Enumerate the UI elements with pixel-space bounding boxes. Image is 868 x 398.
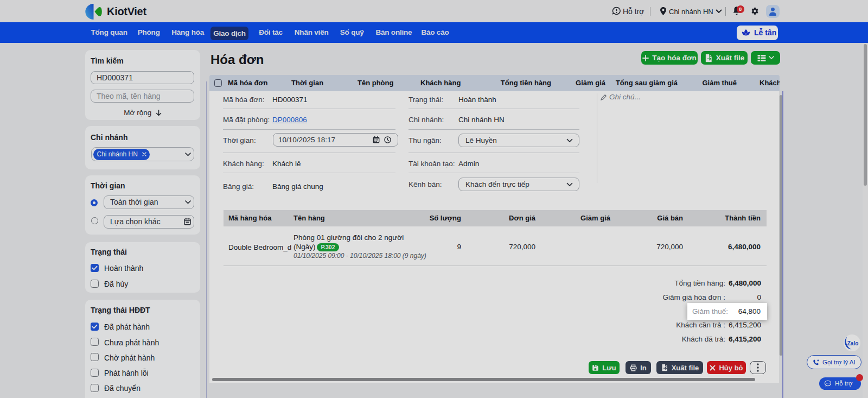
svg-text:Zalo: Zalo [847, 340, 859, 346]
